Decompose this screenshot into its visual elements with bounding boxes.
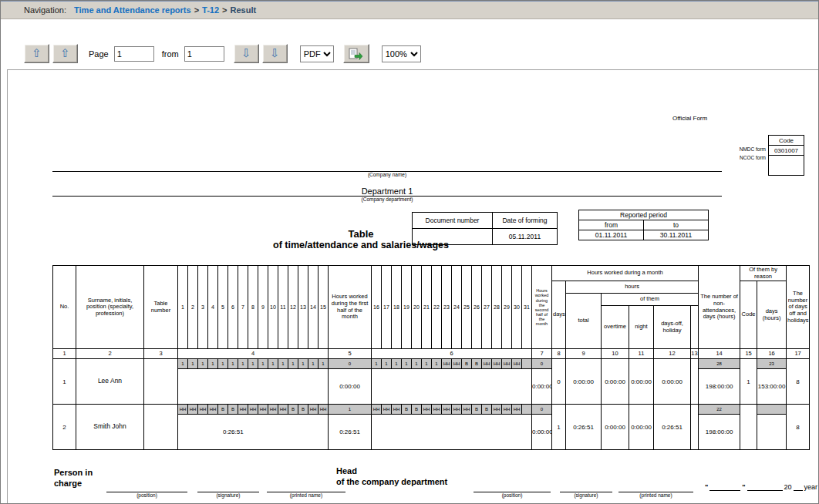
up-arrow-icon: ⇧ — [32, 48, 42, 59]
day-code: HH — [462, 405, 472, 415]
day-code: HH — [392, 405, 402, 415]
nav-link-t12[interactable]: T-12 — [202, 5, 219, 15]
employee-name: Lee Ann — [76, 359, 144, 405]
day-code: 1 — [422, 359, 432, 369]
day-code: 1 — [188, 359, 198, 369]
position-caption: (position) — [474, 492, 551, 498]
col-number: 3 — [144, 349, 178, 359]
report-viewer[interactable]: Official Form NMDC form NCOC form Code 0… — [7, 69, 819, 504]
col-header-night: night — [629, 306, 654, 349]
day-header: 19 — [402, 266, 412, 349]
signature-line — [474, 480, 551, 492]
day-code: HH — [188, 405, 198, 415]
day-header: 24 — [452, 266, 462, 349]
day-code: 1 — [402, 359, 412, 369]
day-header: 17 — [382, 266, 392, 349]
day-code: 1 — [392, 359, 402, 369]
second-half-days-total: 0 — [532, 359, 552, 369]
first-half-days-total: 1 — [329, 405, 372, 415]
col-header-days-off-holiday: days-off, holiday — [654, 306, 691, 349]
next-page-button[interactable]: ⇩ — [234, 44, 259, 63]
period-from-value: 01.11.2011 — [579, 230, 644, 240]
second-half-sub-hours — [372, 369, 532, 405]
ncoc-form-label: NCOC form — [734, 155, 766, 160]
table-row: 0301007 — [769, 146, 804, 156]
nmdc-form-label: NMDC form — [734, 146, 766, 152]
col-header-days-hours: days (hours) — [757, 281, 787, 349]
year-blank-line — [794, 480, 803, 491]
position-caption: (position) — [106, 492, 187, 498]
non-attendance-hours: 198:00:00 — [699, 369, 740, 405]
company-department-caption: (Company department) — [52, 197, 722, 202]
day-code: HH — [442, 359, 452, 369]
days-off-hours: 0:26:51 — [654, 405, 691, 450]
day-code: HH — [502, 359, 512, 369]
report-page: Official Form NMDC form NCOC form Code 0… — [12, 70, 814, 504]
day-code: B — [298, 405, 308, 415]
col-header-blank — [691, 306, 699, 349]
down-arrow-icon: ⇩ — [241, 48, 251, 59]
document-info-table: Document number Date of forming 05.11.20… — [412, 212, 558, 245]
signature-line — [267, 480, 345, 492]
prev-page-button[interactable]: ⇧ — [52, 44, 78, 63]
first-page-button[interactable]: ⇧ — [24, 44, 49, 63]
day-code: 1 — [218, 359, 228, 369]
signature-slot: (signature) — [197, 480, 259, 498]
col-number: 14 — [699, 349, 740, 359]
day-code: B — [288, 405, 298, 415]
day-header: 16 — [372, 266, 382, 349]
day-code: 1 — [412, 359, 422, 369]
day-code: 1 — [382, 359, 392, 369]
table-row: from to — [579, 220, 709, 230]
day-code: 1 — [228, 359, 238, 369]
day-code: HH — [178, 405, 188, 415]
report-subtitle: of time/attendance and salaries/wages — [52, 240, 669, 250]
table-row: 05.11.2011 — [413, 229, 558, 245]
day-code — [522, 405, 532, 415]
date-of-forming-header: Date of forming — [493, 213, 558, 229]
from-label: from — [162, 49, 179, 59]
day-header: 5 — [218, 266, 228, 349]
day-header: 26 — [472, 266, 482, 349]
page-input[interactable] — [114, 46, 154, 62]
col-number: 15 — [740, 349, 757, 359]
reported-period-table: Reported period from to 01.11.2011 30.11… — [578, 210, 709, 240]
col-number: 10 — [602, 349, 629, 359]
report-title: Table — [52, 228, 669, 240]
day-header: 14 — [308, 266, 318, 349]
col-13 — [691, 359, 699, 405]
export-button[interactable] — [343, 44, 369, 63]
printed-name-slot: (printed name) — [267, 480, 345, 498]
table-number — [144, 359, 178, 405]
zoom-select[interactable]: 100% — [382, 45, 421, 62]
col-header-hours-month: Hours worked during a month — [552, 266, 699, 281]
date-of-forming-value: 05.11.2011 — [493, 229, 558, 245]
table-row: 1234567891011121314151617 — [53, 349, 810, 359]
last-page-button[interactable]: ⇩ — [262, 44, 288, 63]
day-code: HH — [198, 405, 208, 415]
second-half-sub-hours — [372, 415, 532, 450]
company-name-caption: (Company name) — [52, 172, 722, 177]
reason-days: 23 — [757, 359, 787, 369]
nav-current-result: Result — [231, 5, 257, 15]
total-hours: 0:00:00 — [566, 359, 602, 405]
day-code: HH — [442, 405, 452, 415]
format-select[interactable]: PDF — [300, 45, 334, 62]
second-half-hours: 0:00:00 — [532, 369, 552, 405]
day-code: HH — [248, 405, 258, 415]
col-number: 2 — [76, 349, 144, 359]
page-count-input[interactable] — [184, 46, 224, 62]
period-to-value: 30.11.2011 — [644, 230, 709, 240]
nav-label: Navigation: — [24, 5, 66, 15]
day-code: 1 — [288, 359, 298, 369]
nav-link-time-attendance-reports[interactable]: Time and Attendance reports — [74, 5, 191, 15]
company-name-block: (Company name) — [52, 153, 722, 177]
day-header: 13 — [298, 266, 308, 349]
day-code: 1 — [318, 359, 329, 369]
reason-days — [757, 405, 787, 415]
non-attendance-days: 28 — [699, 359, 740, 369]
second-half-hours: 0:00:00 — [532, 415, 552, 450]
day-header: 3 — [198, 266, 208, 349]
day-code: HH — [268, 405, 278, 415]
second-half-days-total: 0 — [532, 405, 552, 415]
